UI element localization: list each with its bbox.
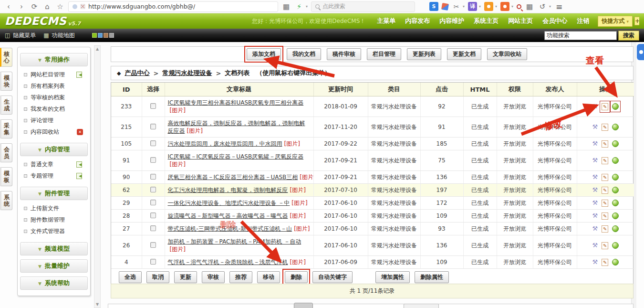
nav-item[interactable]: 会员中心 (542, 17, 567, 25)
chevron-down-icon[interactable]: ▾ (511, 4, 513, 9)
sidebar-section-header[interactable]: ▼内容管理 (20, 143, 88, 156)
edit-icon[interactable]: ✎ (602, 140, 608, 148)
edit-icon[interactable]: ✎ (602, 157, 608, 164)
theme-color-swatch[interactable] (98, 33, 103, 38)
hide-menu-button[interactable]: 隐藏菜单 (13, 32, 36, 40)
module-tab[interactable]: 模块 (0, 72, 12, 91)
sidebar-item[interactable]: 我发布的文档 (24, 103, 87, 115)
browser-search-box[interactable]: 点此搜索 (311, 1, 415, 12)
view-icon[interactable] (612, 103, 619, 110)
row-checkbox[interactable] (150, 187, 156, 192)
scroll-up-icon[interactable]: ▲ (94, 47, 100, 51)
top-button[interactable]: 稿件审核 (327, 48, 361, 60)
tools-icon[interactable]: ⚒ (592, 157, 598, 164)
sidebar-item[interactable]: 普通文章 (24, 159, 87, 170)
row-checkbox[interactable] (150, 212, 156, 218)
shortcut-add-partial[interactable]: + (634, 17, 639, 25)
theme-color-swatch[interactable] (109, 33, 114, 38)
theme-color-swatch[interactable] (104, 33, 108, 38)
address-bar[interactable]: http://www.sdguangbo.com/gbhb@/ (68, 1, 278, 12)
top-button[interactable]: 更新文档 (447, 48, 481, 60)
sidebar-section-header[interactable]: ▼频道模型 (20, 242, 88, 255)
view-icon[interactable] (612, 200, 619, 206)
edit-icon[interactable]: ✎ (602, 225, 608, 233)
function-map-button[interactable]: 功能地图 (52, 32, 75, 40)
sidebar-item[interactable]: 网站栏目管理 (24, 69, 87, 80)
doc-title-link[interactable]: 厌氧三相分离器－IC反应器三相分离器－UASB三相 (168, 174, 298, 181)
doc-title-link[interactable]: IC厌氧罐－IC厌氧反应器－UASB厌氧罐－厌氧反应器 (168, 153, 304, 160)
sidebar-item[interactable]: 附件数据管理 (24, 214, 87, 225)
tools-icon[interactable]: ⚒ (592, 103, 598, 110)
doc-title-link[interactable]: 气浮机－溶气气浮机－杂质脱除机－浅层气浮机 (168, 259, 288, 266)
function-search-input[interactable] (544, 31, 617, 40)
sidebar-item[interactable]: 内容回收站✕ (24, 126, 87, 138)
game-extension-icon[interactable] (500, 2, 509, 11)
apps-grid-icon[interactable]: ▦ (525, 2, 534, 11)
lightning-icon[interactable]: ⚡ (294, 2, 304, 11)
edit-icon[interactable]: ✎ (602, 242, 608, 249)
doc-title-link[interactable]: 化工污水处理用电解器，电絮凝，强制电解反应 (168, 187, 288, 193)
sidebar-section-header[interactable]: ▼批量维护 (20, 259, 88, 273)
row-checkbox[interactable] (150, 103, 156, 109)
row-checkbox[interactable] (150, 259, 156, 265)
batch-button[interactable]: 删除 (285, 271, 308, 283)
edit-icon[interactable]: ✎ (602, 187, 608, 194)
module-tab[interactable]: 生成 (0, 96, 12, 115)
chevron-down-icon[interactable]: ▾ (479, 4, 481, 9)
reader-grid-icon[interactable]: ▦ (281, 2, 291, 11)
top-button[interactable]: 更新列表 (407, 48, 441, 60)
edit-icon[interactable]: ✎ (602, 200, 608, 207)
edit-icon[interactable]: ✎ (602, 212, 608, 220)
sogou-extension-icon[interactable]: S (429, 2, 438, 11)
doc-title-link[interactable]: 旋流曝气器－新型曝气器－高效曝气器－曝气器 (168, 212, 288, 219)
row-checkbox[interactable] (150, 124, 156, 129)
sidebar-section-header[interactable]: ▼系统帮助 (20, 276, 88, 290)
sidebar-item[interactable]: 评论管理 (24, 115, 87, 126)
url-text[interactable]: http://www.sdguangbo.com/gbhb@/ (88, 3, 195, 10)
zoom-search-icon[interactable] (517, 4, 521, 9)
undo-icon[interactable]: ↺ (538, 2, 547, 11)
view-icon[interactable] (612, 212, 619, 219)
star-icon[interactable]: ☆ (55, 2, 65, 11)
menu-icon[interactable]: ≡ (554, 2, 564, 11)
theme-color-swatch[interactable] (92, 33, 97, 38)
module-tab[interactable]: 会员 (0, 143, 12, 162)
tools-icon[interactable]: ⚒ (592, 187, 598, 193)
function-search-button[interactable]: 搜索 (618, 31, 639, 41)
nav-item[interactable]: 内容维护 (439, 17, 464, 25)
batch-button[interactable]: 取消 (146, 271, 169, 283)
nav-item[interactable]: 系统主页 (474, 17, 499, 25)
breadcrumb-link[interactable]: 文档列表 (225, 69, 249, 77)
chevron-down-icon[interactable]: ▾ (549, 4, 551, 9)
tools-icon[interactable]: ⚒ (592, 225, 598, 232)
batch-button[interactable]: 推荐 (229, 271, 252, 283)
row-checkbox[interactable] (150, 242, 156, 248)
doc-title-link[interactable]: 一体化污水处理设备、地埋式污水处理设备 －中 (168, 200, 290, 206)
sidebar-section-header[interactable]: ▼常用操作 (20, 53, 88, 66)
doc-title-link[interactable]: 带式压滤机-三网带式压滤机-新型带式压滤机－山 (168, 225, 292, 232)
nav-item[interactable]: 网站主页 (508, 17, 533, 25)
row-checkbox[interactable] (150, 225, 156, 231)
view-icon[interactable] (612, 259, 619, 266)
top-button[interactable]: 栏目管理 (367, 48, 401, 60)
module-tab[interactable]: 采集 (0, 119, 12, 138)
batch-button[interactable]: 增加属性 (375, 271, 410, 283)
view-icon[interactable] (612, 225, 619, 232)
row-checkbox[interactable] (150, 200, 156, 205)
forward-icon[interactable]: › (17, 2, 26, 11)
sidebar-item[interactable]: 文件式管理器 (24, 225, 87, 237)
nav-item[interactable]: 主菜单 (377, 17, 395, 25)
chevron-down-icon[interactable]: ▾ (463, 4, 465, 9)
view-icon[interactable] (612, 242, 619, 249)
chevron-down-icon[interactable]: ▾ (495, 4, 497, 9)
edit-icon[interactable]: ✎ (602, 103, 608, 110)
batch-button[interactable]: 全选 (119, 271, 142, 283)
batch-button[interactable]: 自动关键字 (312, 271, 353, 283)
scroll-down-icon[interactable]: ▼ (94, 302, 100, 307)
back-icon[interactable]: ‹ (4, 2, 13, 11)
module-tab[interactable]: 模板 (0, 167, 12, 186)
row-checkbox[interactable] (150, 157, 156, 163)
doc-title-link[interactable]: 加药机－加药装置－PAC加药机－PAM加药机 －自动 (168, 238, 301, 245)
batch-button[interactable]: 删除属性 (415, 271, 449, 283)
blocked-plugin-icon[interactable] (80, 4, 85, 9)
